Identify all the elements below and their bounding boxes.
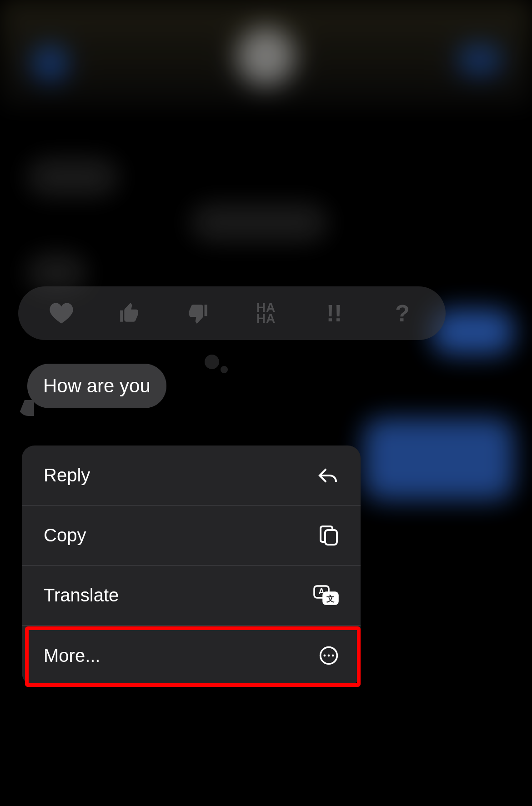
thumbs-down-reaction[interactable] — [171, 286, 225, 340]
svg-point-6 — [323, 655, 326, 657]
tapback-tail — [221, 366, 228, 373]
tapback-reaction-bar: HAHA !! ? — [18, 286, 446, 340]
svg-point-7 — [328, 655, 330, 657]
menu-item-label: Translate — [44, 585, 119, 606]
question-reaction[interactable]: ? — [375, 286, 430, 340]
menu-item-label: Reply — [44, 465, 90, 486]
reply-icon — [317, 466, 339, 485]
heart-icon — [49, 302, 74, 325]
question-icon: ? — [395, 300, 410, 327]
message-bubble-blurred — [364, 418, 514, 500]
translate-icon: A 文 — [313, 585, 339, 606]
thumbs-up-reaction[interactable] — [102, 286, 157, 340]
reply-menu-item[interactable]: Reply — [22, 446, 361, 506]
thumbs-up-icon — [118, 302, 141, 325]
thumbs-down-icon — [186, 302, 209, 325]
more-icon — [319, 646, 339, 666]
haha-reaction[interactable]: HAHA — [239, 286, 293, 340]
selected-message-bubble[interactable]: How are you — [27, 364, 166, 408]
heart-reaction[interactable] — [34, 286, 89, 340]
menu-item-label: More... — [44, 646, 100, 666]
message-context-menu: Reply Copy Translate A 文 More... — [22, 446, 361, 686]
back-button-blurred — [32, 45, 68, 82]
exclaim-icon: !! — [326, 300, 342, 327]
haha-icon: HAHA — [256, 302, 276, 324]
contact-avatar-blurred — [236, 27, 296, 86]
more-menu-item[interactable]: More... — [22, 626, 361, 686]
message-bubble-blurred — [27, 255, 86, 291]
message-bubble-blurred — [27, 159, 118, 195]
svg-point-8 — [332, 655, 334, 657]
tapback-tail — [205, 355, 219, 369]
exclaim-reaction[interactable]: !! — [307, 286, 361, 340]
message-bubble-blurred — [191, 205, 327, 241]
copy-menu-item[interactable]: Copy — [22, 506, 361, 566]
menu-item-label: Copy — [44, 525, 86, 546]
facetime-button-blurred — [459, 45, 500, 75]
message-text: How are you — [43, 375, 151, 396]
copy-icon — [319, 525, 339, 546]
translate-menu-item[interactable]: Translate A 文 — [22, 566, 361, 626]
nav-bar-blurred — [0, 0, 532, 109]
svg-text:文: 文 — [326, 594, 335, 603]
svg-rect-0 — [325, 530, 337, 545]
